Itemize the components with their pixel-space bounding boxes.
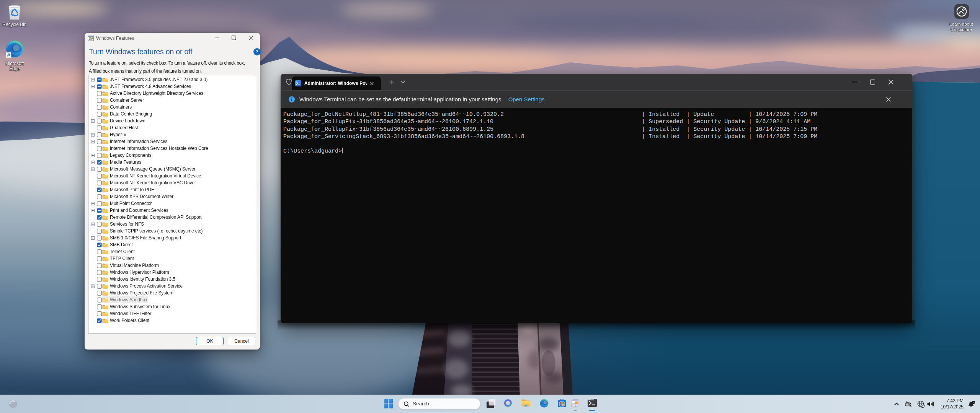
svg-text:z: z	[973, 401, 974, 403]
